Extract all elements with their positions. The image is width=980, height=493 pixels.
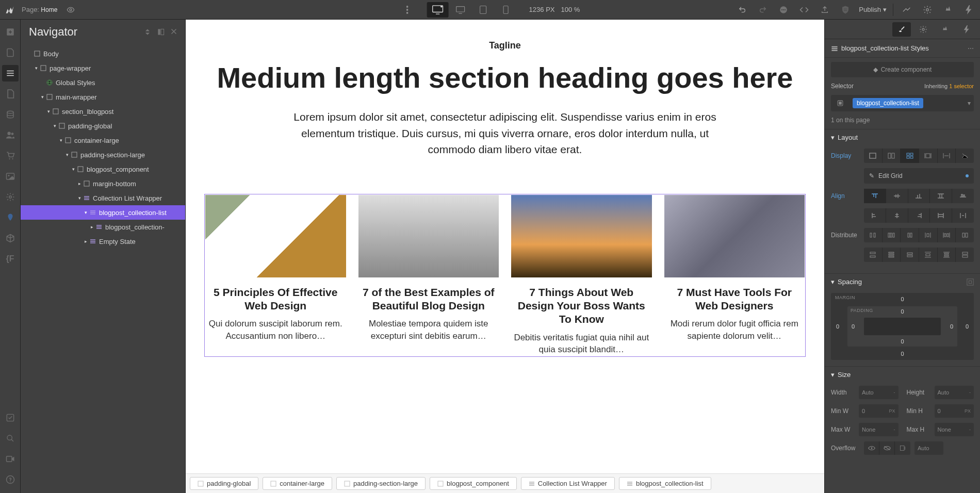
style-tab-settings-icon[interactable] — [914, 22, 933, 37]
code-icon[interactable] — [797, 3, 811, 17]
padding-left-value[interactable]: 0 — [852, 323, 855, 330]
overflow-hidden-button[interactable] — [879, 441, 895, 455]
display-grid-button[interactable] — [901, 149, 919, 163]
cms-icon[interactable] — [2, 106, 19, 123]
collection-list[interactable]: 5 Principles Of Effective Web Design Qui… — [204, 194, 806, 357]
tree-item[interactable]: ▾blogpost_component — [21, 162, 185, 176]
justify-center-button[interactable] — [886, 208, 908, 223]
redo-icon[interactable] — [756, 3, 770, 17]
distribute-7-button[interactable] — [864, 248, 883, 262]
justify-baseline-button[interactable] — [952, 208, 974, 223]
display-flex-button[interactable] — [883, 149, 901, 163]
selector-tag[interactable]: blogpost_collection-list — [853, 98, 923, 108]
distribute-5-button[interactable] — [938, 228, 956, 242]
finsweet-icon[interactable]: {F — [2, 251, 19, 267]
justify-stretch-button[interactable] — [930, 208, 952, 223]
post-excerpt[interactable]: Molestiae tempora quidem iste excepturi … — [358, 318, 499, 342]
device-mobile-button[interactable] — [495, 2, 517, 18]
margin-bottom-value[interactable]: 0 — [901, 351, 904, 357]
pages-icon[interactable] — [2, 44, 19, 61]
device-desktop-button[interactable] — [450, 2, 471, 18]
post-excerpt[interactable]: Debitis veritatis fugiat quia nihil aut … — [511, 332, 652, 356]
tree-item[interactable]: ▾padding-section-large — [21, 147, 185, 162]
spacing-section-title[interactable]: ▾Spacing — [831, 278, 862, 286]
create-component-button[interactable]: ◆ Create component — [831, 62, 974, 77]
section-lede[interactable]: Lorem ipsum dolor sit amet, consectetur … — [293, 109, 716, 158]
breadcrumb-item[interactable]: container-large — [263, 477, 332, 490]
help-icon[interactable] — [2, 471, 19, 488]
breadcrumb-item[interactable]: blogpost_collection-list — [619, 477, 711, 490]
close-icon[interactable] — [171, 28, 177, 36]
distribute-4-button[interactable] — [919, 228, 938, 242]
margin-top-value[interactable]: 0 — [901, 296, 904, 302]
spacing-editor[interactable]: MARGIN 0 0 0 0 PADDING 0 0 0 0 — [831, 293, 974, 360]
selector-field[interactable]: blogpost_collection-list ▾ — [850, 95, 974, 111]
more-icon[interactable]: ⋯ — [968, 45, 974, 52]
tree-item[interactable]: ▾main-wrapper — [21, 90, 185, 104]
height-input[interactable]: Auto- — [935, 386, 974, 399]
preview-icon[interactable] — [63, 3, 78, 17]
breadcrumb-item[interactable]: blogpost_component — [430, 477, 517, 490]
box-icon[interactable] — [2, 230, 19, 247]
style-tab-brush-icon[interactable] — [892, 22, 911, 37]
distribute-3-button[interactable] — [901, 228, 919, 242]
post-title[interactable]: 5 Principles Of Effective Web Design — [205, 286, 346, 313]
collection-item[interactable]: 7 Must Have Tools For Web Designers Modi… — [664, 195, 805, 356]
post-thumbnail[interactable] — [664, 195, 805, 277]
interactions-tab-icon[interactable] — [961, 3, 976, 17]
display-block-button[interactable] — [864, 149, 883, 163]
distribute-6-button[interactable] — [956, 228, 974, 242]
export-icon[interactable] — [818, 3, 832, 17]
edit-grid-button[interactable]: ✎ Edit Grid — [864, 168, 974, 184]
tree-item[interactable]: ▾blogpost_collection-list — [21, 205, 185, 220]
breadcrumb-item[interactable]: padding-global — [190, 477, 258, 490]
tree-item[interactable]: Global Styles — [21, 75, 185, 90]
distribute-9-button[interactable] — [901, 248, 919, 262]
distribute-10-button[interactable] — [919, 248, 938, 262]
device-tablet-button[interactable] — [472, 2, 494, 18]
post-thumbnail[interactable] — [205, 195, 346, 277]
display-inline-button[interactable] — [938, 149, 956, 163]
page-indicator[interactable]: Page: Home — [22, 6, 57, 13]
minh-input[interactable]: 0PX — [935, 404, 974, 418]
apps-icon[interactable] — [2, 209, 19, 226]
justify-end-button[interactable] — [908, 208, 930, 223]
tree-item[interactable]: ▾page-wrapper — [21, 61, 185, 75]
overflow-scroll-button[interactable] — [895, 441, 910, 455]
distribute-12-button[interactable] — [956, 248, 974, 262]
padding-right-value[interactable]: 0 — [950, 323, 953, 330]
distribute-2-button[interactable] — [883, 228, 901, 242]
tree-item[interactable]: ▾Collection List Wrapper — [21, 191, 185, 205]
align-baseline-button[interactable] — [952, 189, 974, 203]
distribute-8-button[interactable] — [883, 248, 901, 262]
section-heading[interactable]: Medium length section heading goes here — [196, 61, 814, 94]
post-title[interactable]: 7 Things About Web Design Your Boss Want… — [511, 286, 652, 326]
padding-bottom-value[interactable]: 0 — [901, 338, 904, 344]
margin-left-value[interactable]: 0 — [836, 323, 839, 330]
style-tab-interactions-icon[interactable] — [957, 22, 976, 37]
users-icon[interactable] — [2, 127, 19, 143]
undo-icon[interactable] — [735, 3, 749, 17]
tree-item[interactable]: ▾padding-global — [21, 119, 185, 133]
post-thumbnail[interactable] — [511, 195, 652, 277]
post-thumbnail[interactable] — [358, 195, 499, 277]
align-middle-button[interactable] — [886, 189, 908, 203]
collection-item[interactable]: 7 of the Best Examples of Beautiful Blog… — [358, 195, 499, 356]
assets-icon[interactable] — [2, 168, 19, 185]
align-bottom-button[interactable] — [908, 189, 930, 203]
navigator-icon[interactable] — [2, 65, 19, 81]
search-icon[interactable] — [2, 430, 19, 447]
comments-icon[interactable] — [776, 3, 791, 17]
post-title[interactable]: 7 of the Best Examples of Beautiful Blog… — [358, 286, 499, 313]
style-panel-tab-icon[interactable] — [900, 3, 914, 17]
audit-check-icon[interactable] — [2, 409, 19, 426]
overflow-visible-button[interactable] — [864, 441, 879, 455]
pin-icon[interactable] — [157, 28, 165, 36]
align-stretch-button[interactable] — [930, 189, 952, 203]
settings-panel-tab-icon[interactable] — [920, 3, 935, 17]
padding-top-value[interactable]: 0 — [901, 308, 904, 315]
zoom-value[interactable]: 100 — [561, 6, 573, 13]
ecommerce-icon[interactable] — [2, 147, 19, 164]
tree-item[interactable]: ▸blogpost_collection- — [21, 220, 185, 234]
display-inline-block-button[interactable] — [919, 149, 938, 163]
